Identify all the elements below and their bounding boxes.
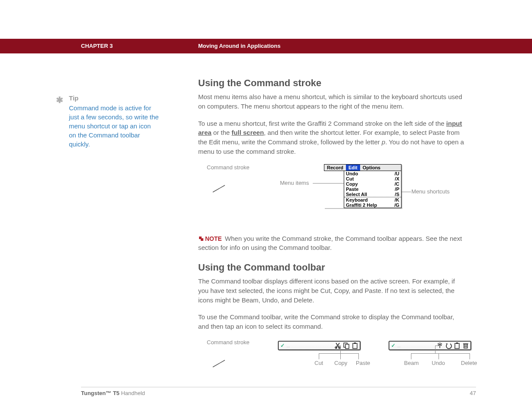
menu-tab-record: Record bbox=[324, 165, 346, 171]
ellipsis-icon: … bbox=[286, 344, 290, 348]
label-beam: Beam bbox=[404, 360, 419, 366]
note-text: When you write the Command stroke, the C… bbox=[198, 235, 462, 252]
chapter-number: CHAPTER 3 bbox=[81, 43, 113, 49]
command-stroke-icon-2 bbox=[211, 358, 227, 369]
product-name: Tungsten™ T5 Handheld bbox=[81, 390, 145, 396]
svg-rect-5 bbox=[345, 344, 349, 349]
figure-command-stroke-menu: Command stroke Menu items Record Edit Op… bbox=[198, 164, 465, 224]
label-menu-items: Menu items bbox=[280, 180, 309, 186]
section2-p1: The Command toolbar displays different i… bbox=[198, 277, 465, 305]
svg-rect-8 bbox=[455, 343, 459, 349]
command-toolbar-b: ✓ … bbox=[389, 341, 471, 350]
label-command-stroke-2: Command stroke bbox=[207, 339, 249, 346]
svg-rect-7 bbox=[354, 342, 356, 344]
delete-icon bbox=[462, 342, 469, 349]
figure-command-toolbar: Command stroke ✓ … Cut Copy Paste ✓ … bbox=[198, 339, 465, 382]
tip-star-icon: ✱ bbox=[56, 95, 63, 105]
check-icon: ✓ bbox=[280, 342, 285, 349]
svg-line-0 bbox=[213, 185, 225, 192]
menu-tab-edit: Edit bbox=[346, 165, 360, 171]
ellipsis-icon: … bbox=[397, 344, 401, 348]
undo-icon bbox=[445, 342, 452, 349]
section1-heading: Using the Command stroke bbox=[198, 78, 465, 89]
command-toolbar-a: ✓ … bbox=[278, 341, 361, 350]
label-undo: Undo bbox=[432, 360, 445, 366]
tip-label: Tip bbox=[69, 94, 169, 102]
label-command-stroke: Command stroke bbox=[207, 164, 249, 171]
tip-body: Command mode is active for just a few se… bbox=[69, 103, 159, 149]
label-paste: Paste bbox=[356, 360, 370, 366]
section1-p1: Most menu items also have a menu shortcu… bbox=[198, 92, 465, 111]
main-content: Using the Command stroke Most menu items… bbox=[198, 78, 465, 382]
chapter-title: Moving Around in Applications bbox=[198, 43, 280, 49]
svg-line-1 bbox=[213, 360, 225, 367]
paste-icon bbox=[454, 342, 460, 349]
note-paragraph: NOTE When you write the Command stroke, … bbox=[198, 234, 465, 253]
page-number: 47 bbox=[470, 390, 476, 396]
tip-block: ✱ Tip Command mode is active for just a … bbox=[57, 94, 169, 149]
page-footer: Tungsten™ T5 Handheld 47 bbox=[81, 387, 476, 396]
note-icon: NOTE bbox=[198, 234, 222, 243]
svg-rect-9 bbox=[456, 342, 458, 344]
section1-p2: To use a menu shortcut, first write the … bbox=[198, 119, 465, 156]
section2-heading: Using the Command toolbar bbox=[198, 262, 465, 273]
paste-icon bbox=[352, 342, 358, 349]
chapter-header: CHAPTER 3 Moving Around in Applications bbox=[0, 39, 532, 53]
callout-line-menu-shortcuts bbox=[401, 192, 411, 192]
label-cut: Cut bbox=[314, 360, 323, 366]
menu-tab-options: Options bbox=[360, 165, 383, 171]
command-stroke-icon bbox=[211, 184, 227, 194]
palm-dropdown: Undo/U Cut/X Copy/C Paste/P Select All/S… bbox=[344, 171, 401, 208]
svg-rect-6 bbox=[353, 343, 357, 349]
label-delete: Delete bbox=[461, 360, 477, 366]
section2-p2: To use the Command toolbar, write the Co… bbox=[198, 312, 465, 331]
palm-menubar: Record Edit Options bbox=[324, 164, 401, 171]
check-icon: ✓ bbox=[391, 342, 395, 349]
copy-icon bbox=[343, 342, 350, 349]
palm-menu-mock: Record Edit Options Undo/U Cut/X Copy/C … bbox=[324, 164, 401, 208]
label-copy: Copy bbox=[334, 360, 347, 366]
link-full-screen[interactable]: full screen bbox=[232, 129, 264, 136]
label-menu-shortcuts: Menu shortcuts bbox=[411, 188, 450, 195]
